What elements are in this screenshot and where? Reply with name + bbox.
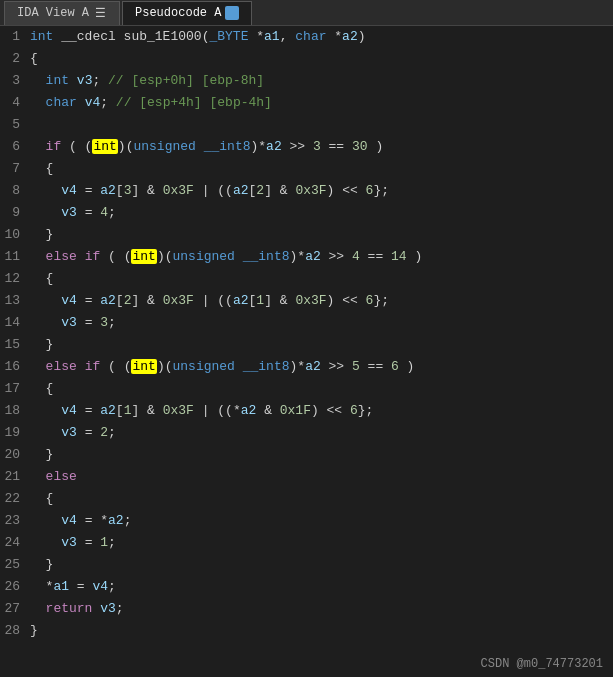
punctuation: [77, 249, 85, 264]
punctuation: *: [30, 579, 53, 594]
code-line: 14 v3 = 3;: [0, 312, 613, 334]
punctuation: [30, 249, 46, 264]
punctuation: };: [358, 403, 374, 418]
tab-ida-view[interactable]: IDA View A ☰: [4, 1, 120, 25]
keyword: unsigned: [133, 139, 195, 154]
variable: a2: [233, 293, 249, 308]
punctuation: )*: [290, 359, 306, 374]
punctuation: {: [30, 161, 53, 176]
variable: v3: [61, 205, 77, 220]
variable: v4: [61, 403, 77, 418]
line-number: 18: [0, 400, 30, 422]
number-literal: 0x3F: [163, 293, 194, 308]
punctuation: )(: [118, 139, 134, 154]
tab-ida-icon: ☰: [93, 6, 107, 20]
highlighted-keyword: int: [131, 249, 156, 264]
code-line: 13 v4 = a2[2] & 0x3F | ((a2[1] & 0x3F) <…: [0, 290, 613, 312]
punctuation: [77, 359, 85, 374]
punctuation: | ((: [194, 293, 233, 308]
line-content: {: [30, 378, 53, 400]
punctuation: [30, 205, 61, 220]
code-line: 20 }: [0, 444, 613, 466]
punctuation: ==: [360, 359, 391, 374]
number-literal: 4: [100, 205, 108, 220]
punctuation: ): [399, 359, 415, 374]
variable: a2: [241, 403, 257, 418]
keyword: unsigned: [172, 359, 234, 374]
variable: v4: [61, 183, 77, 198]
punctuation: ( (: [61, 139, 92, 154]
line-content: char v4; // [esp+4h] [ebp-4h]: [30, 92, 272, 114]
punctuation: ,: [280, 29, 296, 44]
punctuation: ( (: [100, 249, 131, 264]
tab-bar: IDA View A ☰ Pseudocode A: [0, 0, 613, 26]
code-line: 28}: [0, 620, 613, 642]
keyword: char: [46, 95, 77, 110]
code-line: 18 v4 = a2[1] & 0x3F | ((*a2 & 0x1F) << …: [0, 400, 613, 422]
variable: a2: [100, 293, 116, 308]
keyword: __int8: [204, 139, 251, 154]
variable: a1: [53, 579, 69, 594]
variable: a2: [266, 139, 282, 154]
line-number: 19: [0, 422, 30, 444]
variable: v4: [61, 513, 77, 528]
variable: a2: [108, 513, 124, 528]
code-line: 23 v4 = *a2;: [0, 510, 613, 532]
code-line: 12 {: [0, 268, 613, 290]
variable: v4: [92, 579, 108, 594]
line-number: 5: [0, 114, 30, 136]
line-number: 21: [0, 466, 30, 488]
punctuation: = *: [77, 513, 108, 528]
keyword: __int8: [243, 359, 290, 374]
number-literal: 4: [352, 249, 360, 264]
punctuation: ) <<: [327, 183, 366, 198]
punctuation: [30, 359, 46, 374]
punctuation: ==: [360, 249, 391, 264]
highlighted-keyword: int: [92, 139, 117, 154]
line-number: 15: [0, 334, 30, 356]
line-content: v4 = *a2;: [30, 510, 131, 532]
line-number: 6: [0, 136, 30, 158]
line-number: 27: [0, 598, 30, 620]
number-literal: 1: [100, 535, 108, 550]
punctuation: ;: [108, 205, 116, 220]
punctuation: [196, 139, 204, 154]
code-line: 15 }: [0, 334, 613, 356]
code-line: 21 else: [0, 466, 613, 488]
line-content: }: [30, 224, 53, 246]
punctuation: &: [256, 403, 279, 418]
keyword: return: [46, 601, 93, 616]
punctuation: ;: [116, 601, 124, 616]
punctuation: [30, 601, 46, 616]
punctuation: __cdecl sub_1E1000(: [53, 29, 209, 44]
line-number: 26: [0, 576, 30, 598]
tab-pseudocode[interactable]: Pseudocode A: [122, 1, 252, 25]
line-content: {: [30, 268, 53, 290]
code-line: 4 char v4; // [esp+4h] [ebp-4h]: [0, 92, 613, 114]
number-literal: 5: [352, 359, 360, 374]
code-line: 8 v4 = a2[3] & 0x3F | ((a2[2] & 0x3F) <<…: [0, 180, 613, 202]
line-content: }: [30, 620, 38, 642]
punctuation: }: [30, 623, 38, 638]
punctuation: )*: [290, 249, 306, 264]
variable: a2: [100, 403, 116, 418]
punctuation: {: [30, 491, 53, 506]
punctuation: [30, 513, 61, 528]
line-content: {: [30, 488, 53, 510]
punctuation: | ((*: [194, 403, 241, 418]
code-line: 25 }: [0, 554, 613, 576]
line-content: else: [30, 466, 77, 488]
comment: // [esp+0h] [ebp-8h]: [108, 73, 264, 88]
variable: a2: [305, 359, 321, 374]
code-line: 19 v3 = 2;: [0, 422, 613, 444]
line-number: 2: [0, 48, 30, 70]
watermark: CSDN @m0_74773201: [481, 657, 603, 671]
punctuation: }: [30, 227, 53, 242]
punctuation: =: [77, 425, 100, 440]
line-content: else if ( (int)(unsigned __int8)*a2 >> 4…: [30, 246, 422, 268]
punctuation: ) <<: [311, 403, 350, 418]
punctuation: ;: [100, 95, 116, 110]
punctuation: ] &: [131, 403, 162, 418]
punctuation: {: [30, 381, 53, 396]
line-content: v4 = a2[2] & 0x3F | ((a2[1] & 0x3F) << 6…: [30, 290, 389, 312]
